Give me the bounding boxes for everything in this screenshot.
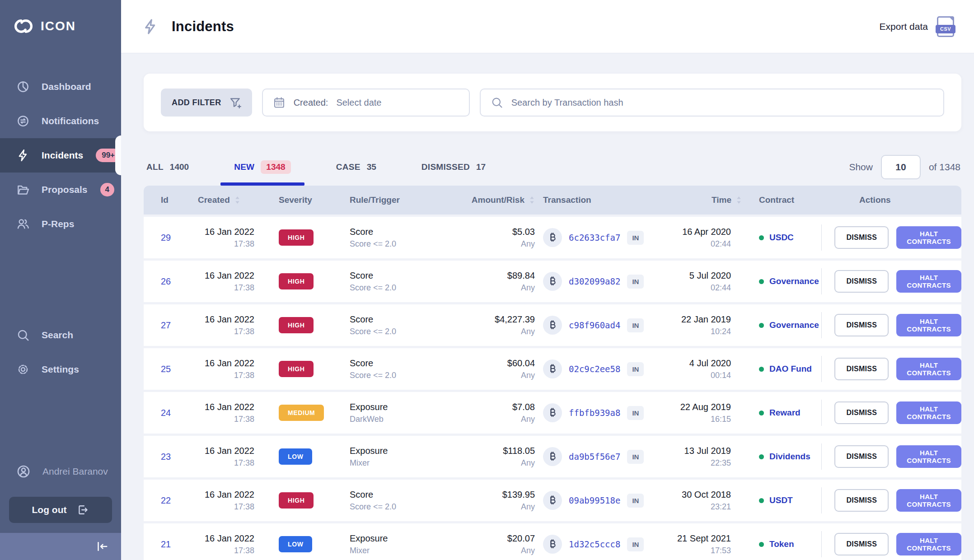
tab-new[interactable]: NEW 1348: [232, 160, 293, 186]
created-cell: 16 Jan 2022 17:38: [189, 358, 268, 380]
incident-id-link[interactable]: 23: [161, 452, 171, 462]
transaction-hash-link[interactable]: 02c9c2ee58: [569, 364, 620, 374]
dismiss-button[interactable]: DISMISS: [834, 314, 889, 336]
dismiss-button[interactable]: DISMISS: [834, 533, 889, 555]
tab-dismissed[interactable]: DISMISSED 17: [420, 160, 487, 186]
created-date-filter[interactable]: Created: Select date: [262, 89, 470, 117]
transaction-cell: d302099a82 IN: [537, 272, 672, 291]
sidebar-item-search[interactable]: Search: [0, 318, 121, 352]
contract-link[interactable]: Reward: [769, 408, 801, 418]
severity-badge: HIGH: [279, 317, 314, 333]
avatar-icon: [16, 464, 31, 479]
bitcoin-icon: [543, 316, 562, 335]
amount-cell: $139.95 Any: [458, 490, 537, 512]
incident-id-link[interactable]: 21: [161, 539, 171, 549]
dismiss-button[interactable]: DISMISS: [834, 445, 889, 468]
export-data-button[interactable]: Export data CSV: [880, 16, 954, 37]
incident-id-cell: 25: [144, 364, 189, 374]
incident-id-link[interactable]: 25: [161, 364, 171, 374]
transaction-hash-link[interactable]: 1d32c5ccc8: [569, 539, 620, 549]
sidebar-item-notifications[interactable]: Notifications: [0, 104, 121, 138]
contract-link[interactable]: USDT: [769, 495, 793, 505]
contract-link[interactable]: Dividends: [769, 452, 810, 462]
column-header-amount[interactable]: Amount/Risk: [458, 195, 537, 205]
sidebar-item-dashboard[interactable]: Dashboard: [0, 70, 121, 104]
halt-contracts-button[interactable]: HALT CONTRACTS: [896, 226, 961, 249]
brand-name: ICON: [41, 19, 76, 33]
sidebar-nav: Dashboard Notifications Incidents 99+: [0, 70, 121, 241]
actions-cell: DISMISS HALT CONTRACTS: [821, 400, 961, 426]
sidebar-item-settings[interactable]: Settings: [0, 352, 121, 387]
contract-link[interactable]: Governance: [769, 276, 819, 286]
incident-id-link[interactable]: 22: [161, 495, 171, 505]
transaction-hash-link[interactable]: 09ab99518e: [569, 495, 620, 505]
filter-plus-icon: [229, 96, 242, 109]
search-input[interactable]: [511, 98, 933, 108]
contract-link[interactable]: USDC: [769, 233, 794, 243]
halt-contracts-button[interactable]: HALT CONTRACTS: [896, 401, 961, 424]
contract-status-dot: [759, 498, 764, 503]
actions-cell: DISMISS HALT CONTRACTS: [821, 443, 961, 470]
tab-all[interactable]: ALL 1400: [145, 160, 191, 186]
dismiss-button[interactable]: DISMISS: [834, 489, 889, 512]
halt-contracts-button[interactable]: HALT CONTRACTS: [896, 358, 961, 380]
incident-id-link[interactable]: 29: [161, 233, 171, 243]
dismiss-button[interactable]: DISMISS: [834, 270, 889, 293]
show-label: Show: [849, 162, 873, 173]
direction-badge: IN: [627, 231, 644, 245]
transaction-hash-link[interactable]: 6c2633cfa7: [569, 233, 620, 243]
amount-cell: $89.84 Any: [458, 271, 537, 293]
halt-contracts-button[interactable]: HALT CONTRACTS: [896, 445, 961, 468]
page-size-input[interactable]: [881, 155, 921, 179]
rule-cell: Score Score <= 2.0: [338, 314, 458, 336]
sidebar-item-label: Search: [42, 330, 73, 341]
actions-cell: DISMISS HALT CONTRACTS: [821, 356, 961, 382]
user-row[interactable]: Andrei Baranov: [0, 458, 121, 485]
users-icon: [16, 217, 30, 231]
search-icon: [16, 328, 30, 342]
transaction-hash-link[interactable]: d302099a82: [569, 276, 620, 286]
column-header-rule: Rule/Trigger: [338, 195, 458, 205]
halt-contracts-button[interactable]: HALT CONTRACTS: [896, 489, 961, 512]
halt-contracts-button[interactable]: HALT CONTRACTS: [896, 270, 961, 293]
add-filter-button[interactable]: ADD FILTER: [161, 89, 252, 117]
halt-contracts-button[interactable]: HALT CONTRACTS: [896, 314, 961, 336]
sidebar-item-label: Settings: [42, 364, 79, 375]
severity-badge: HIGH: [279, 273, 314, 289]
contract-link[interactable]: DAO Fund: [769, 364, 812, 374]
dismiss-button[interactable]: DISMISS: [834, 358, 889, 380]
contract-link[interactable]: Token: [769, 539, 794, 549]
column-header-created[interactable]: Created: [189, 195, 268, 205]
sidebar-item-proposals[interactable]: Proposals 4: [0, 173, 121, 207]
incident-id-link[interactable]: 27: [161, 320, 171, 330]
contract-status-dot: [759, 367, 764, 372]
transaction-hash-link[interactable]: c98f960ad4: [569, 320, 620, 330]
transaction-hash-link[interactable]: ffbfb939a8: [569, 408, 620, 418]
direction-badge: IN: [627, 275, 644, 289]
contract-status-dot: [759, 454, 764, 459]
page-bolt-icon: [142, 18, 159, 35]
sidebar-item-incidents[interactable]: Incidents 99+: [0, 138, 121, 173]
rule-cell: Score Score <= 2.0: [338, 227, 458, 249]
incident-id-link[interactable]: 26: [161, 276, 171, 286]
dismiss-button[interactable]: DISMISS: [834, 226, 889, 249]
created-cell: 16 Jan 2022 17:38: [189, 227, 268, 249]
rule-cell: Score Score <= 2.0: [338, 271, 458, 293]
sidebar-collapse-bar[interactable]: [0, 533, 121, 560]
severity-cell: HIGH: [268, 273, 338, 289]
bitcoin-icon: [543, 491, 562, 510]
incident-id-link[interactable]: 24: [161, 408, 171, 418]
sidebar-item-p-reps[interactable]: P-Reps: [0, 207, 121, 241]
incident-id-cell: 29: [144, 233, 189, 243]
dismiss-button[interactable]: DISMISS: [834, 401, 889, 424]
transaction-hash-link[interactable]: da9b5f56e7: [569, 452, 620, 462]
contract-link[interactable]: Governance: [769, 320, 819, 330]
sidebar-secondary-nav: Search Settings: [0, 318, 121, 387]
tab-case[interactable]: CASE 35: [334, 160, 378, 186]
logout-label: Log out: [32, 504, 67, 515]
total-count-label: of 1348: [929, 162, 960, 173]
halt-contracts-button[interactable]: HALT CONTRACTS: [896, 533, 961, 555]
column-header-time[interactable]: Time: [672, 195, 749, 205]
logout-button[interactable]: Log out: [9, 497, 112, 523]
table-row: 25 16 Jan 2022 17:38 HIGH Score Score <=…: [144, 348, 961, 390]
